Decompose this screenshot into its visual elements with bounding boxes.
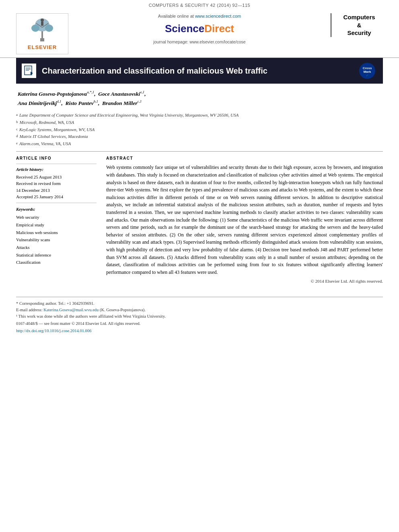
abstract-heading: ABSTRACT [106, 156, 383, 161]
journal-header: ELSEVIER Available online at www.science… [0, 10, 399, 58]
abstract-text: Web systems commonly face unique set of … [106, 164, 383, 276]
elsevier-logo: ELSEVIER [16, 13, 68, 54]
issn-line: 0167-4048/$ — see front matter © 2014 El… [16, 321, 383, 327]
svg-point-4 [45, 25, 53, 32]
article-title-bar: Characterization and classification of m… [16, 58, 383, 84]
affiliation-a: a Lane Department of Computer Science an… [16, 112, 383, 119]
journal-reference: COMPUTERS & SECURITY 42 (2014) 92—115 [0, 0, 399, 10]
author-1-name: Katerina Goseva-Popstojanova [18, 90, 87, 97]
svg-rect-6 [41, 22, 43, 26]
keywords-label: Keywords: [16, 206, 97, 212]
email-link[interactable]: Katerina.Goseva@mail.wvu.edu [43, 308, 99, 312]
corresponding-label: * Corresponding author. [16, 301, 57, 306]
keyword-empirical-study: Empirical study [16, 221, 97, 229]
phone-text: Tel.: +1 3042939691. [58, 301, 94, 306]
svg-text:Cross: Cross [363, 66, 372, 70]
affiliation-d: d Matrix IT Global Services, Macedonia [16, 133, 383, 140]
author-4-sup: b,1 [94, 99, 98, 103]
author-3-name: Ana Dimitrijevikj [18, 100, 57, 106]
affiliation-b: b Microsoft, Redmond, WA, USA [16, 119, 383, 126]
keyword-vulnerability-scans: Vulnerability scans [16, 236, 97, 244]
author-3-sup: d,1 [57, 99, 61, 103]
keyword-statistical-inference: Statistical inference [16, 251, 97, 259]
author-2-name: Goce Anastasovski [98, 90, 140, 97]
affiliations-section: a Lane Department of Computer Science an… [16, 112, 383, 147]
svg-text:Mark: Mark [364, 70, 371, 74]
svg-rect-0 [40, 38, 44, 41]
doi-link[interactable]: http://dx.doi.org/10.1016/j.cose.2014.01… [16, 329, 91, 333]
accepted-date: Accepted 25 January 2014 [16, 193, 97, 200]
divider-left [16, 164, 97, 164]
divider-keywords [16, 203, 97, 203]
keyword-classification: Classification [16, 259, 97, 266]
received-date: Received 25 August 2013 [16, 174, 97, 181]
received-revised-label: Received in revised form [16, 180, 97, 187]
keyword-attacks: Attacks [16, 244, 97, 251]
main-content: Characterization and classification of m… [0, 58, 399, 342]
article-info-heading: ARTICLE INFO [16, 156, 97, 161]
author-5-sup: c,1 [137, 99, 142, 103]
history-text: Received 25 August 2013 Received in revi… [16, 174, 97, 200]
svg-point-5 [41, 18, 44, 22]
authors-line: Katerina Goseva-Popstojanovaa,*,1, Goce … [18, 89, 381, 108]
sciencedirect-center: Available online at www.sciencedirect.co… [68, 13, 331, 45]
journal-homepage-text: journal homepage: www.elsevier.com/locat… [153, 39, 245, 45]
affiliation-e: e Alarm.com, Vienna, VA, USA [16, 140, 383, 148]
divider-1 [16, 151, 383, 152]
abstract-col: ABSTRACT Web systems commonly face uniqu… [106, 156, 383, 284]
article-type-icon [22, 64, 36, 78]
email-attribution: (K. Goseva-Popstojanova). [100, 308, 146, 312]
research-paper-icon [23, 65, 35, 76]
elsevier-brand-text: ELSEVIER [28, 44, 57, 51]
sciencedirect-url[interactable]: www.sciencedirect.com [195, 14, 241, 18]
authors-section: Katerina Goseva-Popstojanovaa,*,1, Goce … [16, 89, 383, 108]
article-body: ARTICLE INFO Article history: Received 2… [16, 156, 383, 284]
svg-point-3 [31, 25, 39, 32]
svg-text:✓: ✓ [366, 74, 368, 77]
journal-name-box: Computers & Security [331, 13, 383, 37]
sciencedirect-logo-text: ScienceDirect [165, 21, 234, 36]
elsevier-tree-icon [18, 16, 66, 42]
copyright-notice: © 2014 Elsevier Ltd. All rights reserved… [106, 278, 383, 284]
available-online-text: Available online at www.sciencedirect.co… [158, 13, 241, 19]
author-4-name: Risto Pantev [66, 100, 94, 106]
history-label: Article history: [16, 166, 97, 173]
doi-line: http://dx.doi.org/10.1016/j.cose.2014.01… [16, 328, 383, 334]
footnote-area: * Corresponding author. Tel.: +1 3042939… [16, 297, 383, 342]
article-title: Characterization and classification of m… [42, 66, 352, 76]
keyword-malicious-sessions: Malicious web sessions [16, 229, 97, 236]
email-footnote: E-mail address: Katerina.Goseva@mail.wvu… [16, 307, 383, 313]
keyword-web-security: Web security [16, 214, 97, 221]
journal-name-title: Computers & Security [335, 13, 383, 37]
corresponding-author-note: * Corresponding author. Tel.: +1 3042939… [16, 300, 383, 307]
journal-ref-text: COMPUTERS & SECURITY 42 (2014) 92—115 [149, 3, 250, 8]
affiliation-c: c KeyLogic Systems, Morgantown, WV, USA [16, 126, 383, 134]
revised-date: 14 December 2013 [16, 187, 97, 194]
author-1-sup: a,*,1 [87, 90, 94, 94]
author-5-name: Brandon Miller [102, 100, 137, 106]
crossmark-icon: Cross Mark ✓ [358, 62, 376, 80]
author-2-sup: e,1 [140, 90, 144, 94]
article-info-col: ARTICLE INFO Article history: Received 2… [16, 156, 97, 284]
footnote-1: ¹ This work was done while all the autho… [16, 313, 383, 320]
email-label: E-mail address: [16, 308, 43, 312]
crossmark-badge: Cross Mark ✓ [357, 62, 377, 80]
